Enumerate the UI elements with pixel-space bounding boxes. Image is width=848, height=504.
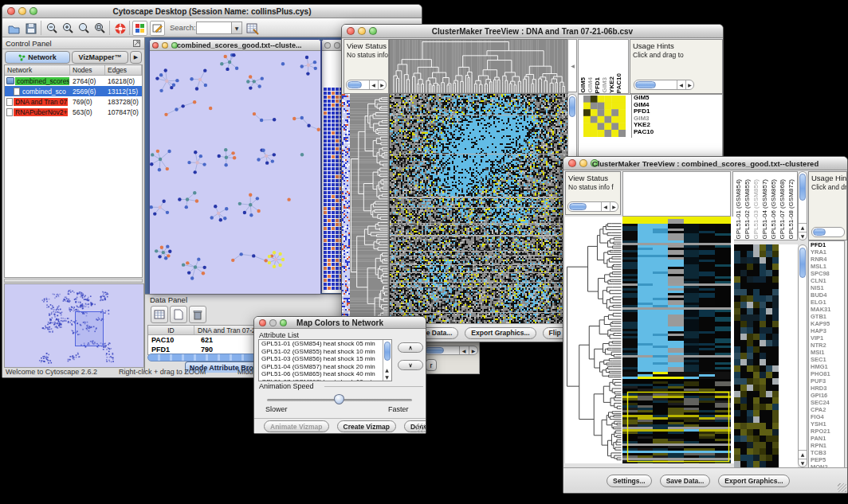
slider-thumb[interactable] (334, 394, 344, 404)
minimize-icon[interactable] (334, 42, 340, 49)
gene-label[interactable]: MSL1 (809, 263, 844, 270)
resize-grip[interactable] (416, 424, 425, 432)
attribute-item[interactable]: GPL51-01 (GSM854) heat shock 05 min (259, 340, 391, 348)
array-label[interactable]: GPL51-04 (GSM857) (760, 179, 769, 240)
zoom-selected-icon[interactable] (92, 21, 108, 36)
view-status-scrollbar[interactable] (346, 80, 387, 90)
panel-splitter[interactable] (4, 279, 143, 283)
close-icon[interactable] (7, 7, 15, 15)
treeview-action-button[interactable]: Export Graphics... (718, 475, 789, 487)
gene-label[interactable]: RNR4 (809, 256, 844, 263)
open-icon[interactable] (6, 21, 22, 36)
search-input[interactable] (197, 22, 231, 33)
gene-label[interactable]: GPI16 (809, 392, 844, 399)
gene-label[interactable]: PAC10 (632, 129, 722, 136)
gene-label[interactable]: SPC98 (809, 270, 844, 277)
scroll-right-icon[interactable] (610, 202, 618, 211)
fragment-scrollbar[interactable] (423, 346, 478, 355)
network-view-canvas[interactable] (150, 51, 320, 294)
scroll-right-icon[interactable] (469, 346, 477, 354)
col-edges[interactable]: Edges (105, 65, 142, 75)
close-icon[interactable] (152, 42, 159, 49)
scroll-thumb[interactable] (569, 203, 587, 210)
gene-label[interactable]: PUF3 (809, 377, 844, 385)
array-label[interactable]: GPL51-08 (GSM872) (787, 179, 795, 240)
gene-label[interactable]: YRA1 (809, 248, 844, 256)
scroll-left-icon[interactable] (369, 80, 377, 89)
scroll-left-icon[interactable] (601, 202, 609, 211)
delete-attribute-icon[interactable] (189, 306, 206, 323)
gene-label[interactable]: HMG1 (809, 363, 844, 370)
scroll-right-icon[interactable] (378, 80, 386, 89)
vizmapper-icon[interactable] (132, 21, 147, 36)
treeview-action-button[interactable]: Settings... (607, 475, 652, 487)
scroll-right-icon[interactable] (685, 80, 693, 89)
close-icon[interactable] (259, 319, 266, 326)
gene-label[interactable]: KAP95 (809, 320, 844, 327)
gene-label[interactable]: PEP5 (809, 456, 844, 463)
array-label[interactable]: GPL51-03 (GSM856) (752, 179, 760, 240)
scroll-up-icon[interactable] (799, 223, 807, 231)
tv1-gene-dendrogram-canvas[interactable] (350, 94, 389, 325)
scroll-thumb[interactable] (425, 347, 444, 354)
tab-vizmapper[interactable]: VizMapper™ (72, 51, 128, 64)
treeview-action-button[interactable]: Export Graphics... (465, 327, 536, 339)
array-label[interactable]: PAC10 (615, 73, 622, 93)
close-icon[interactable] (568, 159, 576, 167)
attribute-item[interactable]: GPL51-07 (GSM868) heat shock 60 min (259, 378, 391, 382)
scroll-up-icon[interactable] (799, 450, 807, 458)
move-down-button[interactable]: ∨ (398, 360, 423, 370)
usage-hints-scrollbar[interactable] (811, 227, 845, 237)
gene-label[interactable]: ELG1 (809, 299, 844, 306)
title-bar[interactable]: ClusterMaker TreeView : DNA and Tran 07-… (342, 25, 723, 38)
array-label[interactable]: GPL51-06 (GSM865) (769, 179, 778, 240)
gene-label[interactable]: NTR2 (809, 342, 844, 349)
tv1-zoom-heatmap-canvas[interactable] (583, 96, 626, 137)
scroll-thumb[interactable] (384, 342, 391, 361)
list-scrollbar[interactable] (383, 340, 391, 381)
tv2-zoom-vscrollbar[interactable] (798, 244, 807, 467)
network-list-row[interactable]: RNAPuberNov2+I 563(0) 107847(0) (5, 107, 142, 117)
gene-label[interactable]: YSH1 (809, 420, 844, 428)
scroll-thumb[interactable] (813, 229, 826, 236)
fragment-button[interactable]: r (426, 359, 437, 371)
tv1-column-dendrogram-canvas[interactable] (389, 39, 568, 94)
scroll-thumb[interactable] (635, 81, 656, 88)
array-label[interactable]: PFD1 (594, 77, 601, 93)
gene-label[interactable]: RPO21 (809, 428, 844, 435)
gene-label[interactable]: GTB1 (809, 313, 844, 320)
collapse-icon[interactable] (569, 62, 576, 69)
scroll-down-icon[interactable] (799, 232, 807, 240)
tv2-zoom-heatmap-canvas[interactable] (734, 244, 779, 467)
gene-label[interactable]: MAK31 (809, 306, 844, 313)
title-bar[interactable]: Cytoscape Desktop (Session Name: collins… (2, 5, 422, 18)
array-label[interactable]: GIM5 (579, 77, 587, 93)
view-status-scrollbar[interactable] (567, 201, 618, 212)
col-nodes[interactable]: Nodes (70, 65, 105, 75)
tab-scroll-right-icon[interactable]: ▶ (130, 51, 142, 64)
move-up-button[interactable]: ∧ (398, 342, 423, 353)
scroll-left-icon[interactable] (459, 346, 468, 354)
col-id[interactable]: ID (148, 326, 194, 334)
save-icon[interactable] (23, 21, 38, 36)
search-combobox[interactable]: ▼ (196, 21, 242, 34)
zoom-out-icon[interactable] (45, 21, 60, 36)
network-list-row[interactable]: combined_sco 2569(6) 13112(15) (5, 86, 142, 96)
birds-eye-view-canvas[interactable] (4, 283, 144, 368)
gene-label[interactable]: HAP3 (809, 327, 844, 334)
annotation-icon[interactable] (150, 21, 165, 36)
gene-label[interactable]: PAN1 (809, 435, 844, 442)
gene-label[interactable]: SEC1 (809, 356, 844, 363)
array-label[interactable]: YKE2 (608, 76, 615, 93)
minimize-icon[interactable] (162, 42, 168, 49)
gene-label[interactable]: MSI1 (809, 349, 844, 356)
network-list-row[interactable]: DNA and Tran 07 769(0) 183728(0) (5, 96, 142, 107)
gene-label[interactable]: CPA2 (809, 406, 844, 413)
array-label[interactable]: GPL51-02 (GSM855) (743, 179, 752, 240)
scroll-thumb[interactable] (799, 174, 806, 201)
gene-label[interactable]: PHO81 (809, 370, 844, 377)
tv2-heatmap-canvas[interactable] (622, 217, 731, 463)
usage-hints-scrollbar[interactable] (634, 80, 694, 90)
zoom-fit-icon[interactable] (77, 21, 92, 36)
resize-grip[interactable] (838, 483, 846, 492)
